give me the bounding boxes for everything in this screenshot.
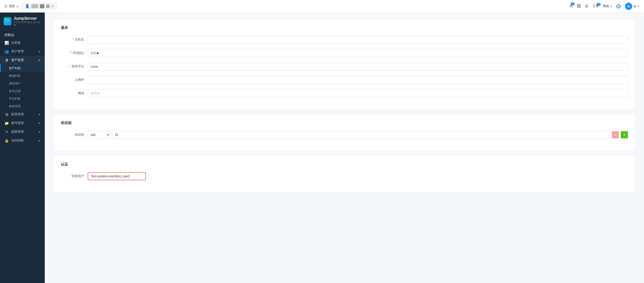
user-chevron-icon: ∨ (638, 5, 640, 8)
sidebar-sub-item-cmd-filter[interactable]: 命令过滤 (0, 87, 45, 95)
asset-icon: 🖥 (4, 58, 9, 62)
remove-protocol-button[interactable]: − (612, 131, 619, 138)
sidebar-item-account-mgmt[interactable]: 📁 账号管理 ∨ (0, 119, 45, 128)
help-wrap[interactable]: 帮助 ∨ (603, 4, 612, 8)
top-nav-right: ✉ 2 🖼 ⚙ 工单 2 帮助 ∨ ⏻ Ie Ie ∨ (570, 3, 640, 10)
help-chevron-icon: ∨ (610, 5, 612, 8)
add-protocol-button[interactable]: + (621, 131, 628, 138)
platform-input[interactable] (88, 63, 628, 71)
chevron-up-icon: ∧ (38, 59, 40, 62)
sidebar-item-label: 仪表盘 (11, 41, 20, 45)
sidebar-logo: 🛡 JumpServer FIT2CLOUD飞致云 旗下品牌 (0, 13, 45, 29)
chevron-icon: ∨ (38, 139, 40, 142)
sidebar-item-dashboard[interactable]: 📊 仪表盘 (0, 39, 45, 47)
breadcrumb-nav[interactable]: 👤 ∨ (22, 3, 56, 10)
logo-icon: 🛡 (4, 17, 12, 25)
protocol-label: 协议组 (61, 133, 88, 137)
sidebar-item-perm-mgmt[interactable]: ✎ 权限管理 ∨ (0, 128, 45, 136)
protocol-section-title: 协议组 (61, 121, 628, 125)
hostname-label: 主机名 (61, 38, 88, 42)
mail-icon-wrap[interactable]: ✉ 2 (570, 4, 573, 9)
power-icon-wrap[interactable]: ⏻ (616, 3, 621, 9)
sidebar-sub-item-platform-list[interactable]: 平台列表 (0, 95, 45, 103)
logo-subtitle: FIT2CLOUD飞致云 旗下品牌 (14, 21, 41, 27)
view-toggle[interactable]: ☰ 视图 ∨ (4, 4, 18, 8)
domain-row: 网域 请选择 (61, 89, 628, 97)
settings-icon-wrap[interactable]: ⚙ (585, 4, 588, 9)
bc-item-2 (40, 4, 44, 8)
auth-section-title: 认证 (61, 162, 628, 167)
hamburger-icon: ☰ (4, 5, 8, 8)
platform-label: 系统平台 (61, 65, 88, 69)
ip-row: IP(域名) (61, 49, 628, 57)
chevron-down-icon-bc: ∨ (52, 5, 54, 8)
user-section[interactable]: Ie Ie ∨ (625, 3, 640, 10)
avatar: Ie (625, 3, 632, 10)
hostname-input-masked[interactable] (88, 36, 628, 44)
users-icon: 👥 (4, 50, 9, 54)
access-icon: 🔒 (4, 139, 9, 143)
chevron-icon: ∨ (38, 122, 40, 125)
image-icon: 🖼 (577, 4, 581, 8)
image-icon-wrap[interactable]: 🖼 (577, 4, 581, 9)
protocol-port-input[interactable] (112, 131, 610, 139)
basic-section: 基本 主机名 IP(域名) 系统平台 公网IP (54, 19, 635, 109)
privileged-user-label: 特权用户 (61, 174, 88, 178)
sidebar-item-user-mgmt[interactable]: 👥 用户管理 ∨ (0, 47, 45, 56)
protocol-inputs: ssh − + (88, 131, 628, 139)
top-nav-left: ☰ 视图 ∨ 👤 ∨ (4, 3, 56, 10)
sidebar-sub-item-system-user[interactable]: 系统用户 (0, 80, 45, 87)
sidebar-item-label: 用户管理 (11, 50, 24, 54)
main-layout: 🛡 JumpServer FIT2CLOUD飞致云 旗下品牌 控制台 📊 仪表盘… (0, 13, 644, 283)
sub-item-label: 标签管理 (9, 105, 20, 108)
auth-section: 认证 特权用户 (54, 156, 635, 192)
sub-item-label: 平台列表 (9, 97, 20, 100)
public-ip-input[interactable] (88, 76, 628, 84)
dashboard-icon: 📊 (4, 41, 9, 45)
mail-badge: 2 (570, 3, 575, 5)
ticket-wrap[interactable]: 工单 2 (592, 4, 599, 8)
sub-item-label: 命令过滤 (9, 89, 20, 93)
hostname-input[interactable] (88, 36, 628, 44)
public-ip-label: 公网IP (61, 78, 88, 82)
domain-label: 网域 (61, 91, 88, 95)
sub-item-label: 系统用户 (9, 82, 20, 85)
sidebar-sub-item-asset-list[interactable]: 资产列表 (0, 65, 45, 72)
sidebar: 🛡 JumpServer FIT2CLOUD飞致云 旗下品牌 控制台 📊 仪表盘… (0, 13, 45, 283)
sub-item-label: 资产列表 (9, 67, 20, 70)
sidebar-sub-item-tag-mgmt[interactable]: 标签管理 (0, 103, 45, 110)
chevron-icon: ∨ (38, 113, 40, 116)
bc-item-1 (31, 4, 38, 8)
privileged-user-input[interactable] (88, 172, 146, 180)
app-icon: ⊞ (4, 112, 9, 117)
sidebar-item-label: 账号管理 (11, 121, 24, 125)
public-ip-row: 公网IP (61, 76, 628, 84)
sidebar-item-label: 访问控制 (11, 139, 24, 143)
logo-shield-icon: 🛡 (5, 19, 10, 24)
user-name: Ie (634, 5, 636, 8)
chevron-icon: ∨ (38, 50, 40, 53)
ip-input[interactable] (88, 49, 628, 57)
account-icon: 📁 (4, 121, 9, 125)
view-label: 视图 (9, 4, 15, 8)
sidebar-item-asset-mgmt[interactable]: 🖥 资产管理 ∧ (0, 56, 45, 65)
basic-section-title: 基本 (61, 26, 628, 30)
help-label: 帮助 (603, 4, 609, 8)
sidebar-sub-item-domain-list[interactable]: 网域列表 (0, 72, 45, 80)
privileged-user-row: 特权用户 (61, 172, 628, 180)
sidebar-item-access-ctrl[interactable]: 🔒 访问控制 ∨ (0, 136, 45, 145)
protocol-section: 协议组 协议组 ssh − + (54, 114, 635, 150)
platform-row: 系统平台 (61, 63, 628, 71)
gear-icon: ⚙ (585, 4, 588, 9)
ip-label: IP(域名) (61, 51, 88, 55)
chevron-icon: ∨ (38, 130, 40, 133)
perm-icon: ✎ (4, 130, 9, 134)
logo-title: JumpServer (14, 16, 41, 21)
bc-item-3 (46, 5, 50, 8)
hostname-row: 主机名 (61, 36, 628, 44)
sidebar-item-app-mgmt[interactable]: ⊞ 应用管理 ∨ (0, 110, 45, 119)
sidebar-dashboard-title: 控制台 (0, 29, 45, 39)
protocol-select[interactable]: ssh (88, 131, 110, 139)
domain-select[interactable]: 请选择 (88, 89, 628, 97)
chevron-down-icon: ∨ (16, 5, 18, 8)
